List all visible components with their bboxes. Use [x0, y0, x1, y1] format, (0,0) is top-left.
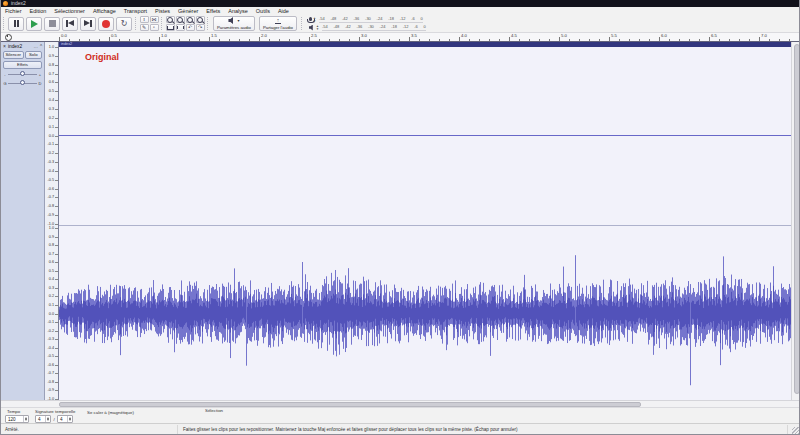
pause-button[interactable]: [8, 17, 24, 31]
tempo-value: 120: [8, 417, 16, 422]
menu-pistes[interactable]: Pistes: [151, 7, 174, 15]
resize-grip[interactable]: [792, 427, 799, 434]
timeline-tick: [119, 39, 120, 41]
vertical-ruler-label: 0.8: [49, 243, 54, 247]
timeline-tick: [289, 39, 290, 41]
gain-slider-thumb[interactable]: [20, 71, 25, 76]
trim-audio-button[interactable]: [166, 24, 175, 31]
mag-icon: [167, 17, 173, 23]
timeline-tick: [339, 39, 340, 41]
pan-slider-track[interactable]: [8, 83, 37, 84]
undo-icon: ↶: [188, 25, 192, 30]
vertical-ruler-tick: [55, 224, 58, 225]
vertical-ruler-tick: [55, 271, 58, 272]
record-button[interactable]: [98, 17, 114, 31]
track-name[interactable]: index2: [8, 44, 31, 49]
gain-slider-track[interactable]: [8, 74, 37, 75]
recording-meter[interactable]: ▲▼ -54-48-42-36-30-24-18-12-60: [309, 16, 426, 24]
timeline-tick: [479, 39, 480, 41]
meter-db-label: -42: [342, 16, 348, 22]
vertical-ruler-label: 0.2: [49, 116, 54, 120]
vertical-ruler-label: -0.6: [47, 363, 54, 367]
menu-edition[interactable]: Edition: [26, 7, 51, 15]
loop-button[interactable]: ↻: [116, 17, 132, 31]
meter-dropdown-icon[interactable]: ▲▼: [316, 25, 319, 31]
envelope-tool-button[interactable]: ⋈: [150, 16, 159, 23]
audio-setup-button[interactable]: ▾ Paramètres audio: [213, 16, 255, 31]
multi-tool-button[interactable]: ＊: [150, 24, 159, 31]
waveform-channel-2[interactable]: [59, 227, 791, 399]
silence-audio-button[interactable]: [176, 24, 185, 31]
vertical-scale-ruler[interactable]: 1.00.90.80.70.60.50.40.30.20.10.0-0.1-0.…: [45, 42, 59, 400]
clip-header[interactable]: index2: [59, 42, 791, 47]
horizontal-scrollbar-thumb[interactable]: [59, 402, 641, 407]
stop-button[interactable]: [44, 17, 60, 31]
menu-selectionner[interactable]: Sélectionner: [50, 7, 89, 15]
undo-button[interactable]: ↶: [186, 24, 195, 31]
timeline-tick: [779, 39, 780, 41]
vertical-ruler-label: -0.8: [47, 380, 54, 384]
track-collapse-icon[interactable]: ^: [40, 44, 42, 49]
zoom-selection-button[interactable]: [186, 16, 195, 23]
skip-to-end-button[interactable]: [80, 17, 96, 31]
vertical-ruler-tick: [55, 91, 58, 92]
window-title: index2: [11, 0, 26, 7]
vertical-scrollbar-thumb[interactable]: [794, 44, 800, 394]
vertical-ruler-label: 0.6: [49, 80, 54, 84]
track-waveform-area[interactable]: index2 Original: [59, 42, 791, 400]
zoom-toggle-button[interactable]: [196, 16, 205, 23]
pause-icon: [14, 20, 19, 27]
share-audio-button[interactable]: ↑ Partager l'audio: [259, 16, 297, 31]
toolbar-separator: [3, 17, 5, 30]
zoom-in-button[interactable]: [166, 16, 175, 23]
timeline-tick: [589, 39, 590, 41]
pan-slider[interactable]: G D: [3, 79, 42, 87]
redo-button[interactable]: ↷: [196, 24, 205, 31]
play-button[interactable]: [26, 17, 42, 31]
zoom-out-button[interactable]: [176, 16, 185, 23]
timeline-label: 3.0: [361, 33, 367, 38]
menu-fichier[interactable]: Fichier: [1, 7, 26, 15]
tempo-spinner[interactable]: 120: [5, 415, 29, 423]
spinner-arrows-icon[interactable]: [67, 416, 72, 422]
timeline-tick: [429, 39, 430, 41]
toolbar-separator: [135, 17, 137, 30]
timeline-tick: [209, 37, 210, 41]
horizontal-scrollbar[interactable]: [1, 400, 800, 407]
vertical-ruler-tick: [55, 356, 58, 357]
track-header[interactable]: × index2 … ^: [1, 42, 44, 50]
timeline-ruler[interactable]: 0.00.51.01.52.02.53.03.54.04.55.05.56.06…: [1, 33, 800, 42]
draw-tool-button[interactable]: ✎: [140, 24, 149, 31]
meter-db-label: 0: [424, 24, 426, 30]
time-signature-upper-spinner[interactable]: 4: [35, 415, 51, 423]
status-separator: [787, 425, 788, 434]
playback-meter[interactable]: ▲▼ -54-48-42-36-30-24-18-12-60: [309, 24, 426, 32]
pan-slider-thumb[interactable]: [20, 80, 25, 85]
track-close-icon[interactable]: ×: [3, 43, 6, 49]
meter-db-label: -30: [365, 16, 371, 22]
timeline-label: 7.0: [761, 33, 767, 38]
spinner-arrows-icon[interactable]: [45, 416, 50, 422]
share-audio-label: Partager l'audio: [263, 25, 293, 30]
menu-analyse[interactable]: Analyse: [224, 7, 252, 15]
solo-button[interactable]: Solo: [25, 51, 42, 59]
mute-button[interactable]: Silencer: [3, 51, 24, 59]
menu-generer[interactable]: Générer: [174, 7, 202, 15]
spinner-arrows-icon[interactable]: [23, 416, 28, 422]
record-icon: [102, 20, 110, 28]
timeline-options-button[interactable]: [4, 34, 12, 41]
menu-outils[interactable]: Outils: [252, 7, 274, 15]
menu-aide[interactable]: Aide: [274, 7, 293, 15]
menu-affichage[interactable]: Affichage: [89, 7, 120, 15]
skip-to-start-button[interactable]: [62, 17, 78, 31]
vertical-ruler-label: 0.1: [49, 125, 54, 129]
track-menu-icon[interactable]: …: [33, 44, 38, 49]
vertical-scrollbar[interactable]: [791, 42, 800, 400]
menu-effets[interactable]: Effets: [202, 7, 224, 15]
gain-slider[interactable]: - +: [3, 70, 42, 78]
selection-tool-button[interactable]: I: [140, 16, 149, 23]
time-signature-lower-spinner[interactable]: 4: [57, 415, 73, 423]
menu-transport[interactable]: Transport: [120, 7, 151, 15]
effects-button[interactable]: Effets: [3, 61, 42, 69]
meter-db-label: -6: [411, 16, 415, 22]
